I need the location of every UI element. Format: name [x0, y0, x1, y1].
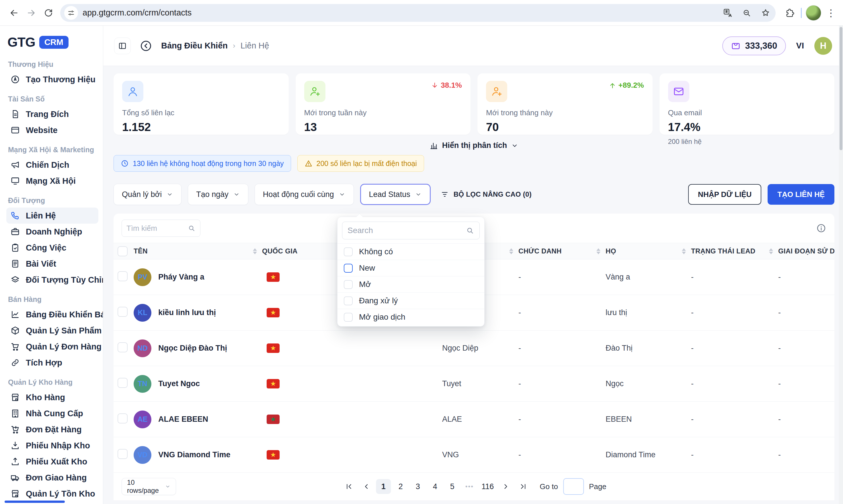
translate-icon[interactable]: [721, 6, 735, 20]
column-name[interactable]: TÊN: [133, 247, 262, 255]
sort-icon[interactable]: [682, 248, 686, 254]
last-page-button[interactable]: [516, 479, 531, 494]
page-4[interactable]: 4: [428, 479, 443, 494]
table-row[interactable]: VDVNG Diamond Time ★ VNG - Diamond Time …: [113, 437, 835, 473]
option-checkbox[interactable]: [344, 280, 353, 289]
table-search[interactable]: [122, 220, 200, 237]
browser-menu-icon[interactable]: ⋮: [825, 7, 837, 19]
table-info-icon[interactable]: [816, 223, 826, 233]
row-checkbox[interactable]: [118, 342, 128, 352]
sidebar-item-posts[interactable]: Bài Viết: [6, 256, 98, 272]
site-settings-icon[interactable]: [64, 6, 78, 20]
sidebar-item-custom-objects[interactable]: Đối Tượng Tùy Chỉnh: [6, 272, 98, 288]
scrollbar-thumb[interactable]: [840, 27, 842, 150]
user-avatar[interactable]: H: [814, 37, 832, 55]
bookmark-star-icon[interactable]: [758, 6, 773, 20]
prev-page-button[interactable]: [359, 479, 374, 494]
column-last-name[interactable]: HỌ: [606, 247, 691, 255]
table-row[interactable]: NDNgọc Diệp Đào Thị ★ Ngọc Diệp - Đào Th…: [113, 330, 835, 366]
sidebar-item-companies[interactable]: Doanh Nghiệp: [6, 223, 98, 240]
filter-lead-status[interactable]: Lead Status: [360, 184, 431, 205]
sidebar-item-create-brand[interactable]: Tạo Thương Hiệu: [6, 71, 98, 87]
sidebar-item-sales-dashboard[interactable]: Bảng Điều Khiển Bán H...: [6, 306, 98, 323]
filter-managed-by[interactable]: Quản lý bởi: [113, 184, 181, 205]
page-3[interactable]: 3: [410, 479, 425, 494]
sidebar-toggle-button[interactable]: [114, 38, 131, 54]
sort-icon[interactable]: [509, 248, 513, 254]
sort-icon[interactable]: [596, 248, 600, 254]
browser-forward-button[interactable]: [23, 5, 39, 21]
row-checkbox[interactable]: [118, 378, 128, 388]
language-switcher[interactable]: VI: [796, 41, 804, 51]
window-scrollbar[interactable]: [839, 26, 843, 504]
option-new[interactable]: New: [338, 260, 484, 276]
sidebar-item-suppliers[interactable]: Nhà Cung Cấp: [6, 406, 98, 421]
option-checkbox[interactable]: [344, 247, 353, 256]
sidebar-item-tasks[interactable]: Công Việc: [6, 240, 98, 256]
option-open-deal[interactable]: Mở giao dịch: [338, 309, 484, 325]
app-logo[interactable]: GTG CRM: [6, 32, 98, 53]
option-checkbox[interactable]: [344, 296, 353, 305]
sidebar-item-purchase-orders[interactable]: Đơn Đặt Hàng: [6, 421, 98, 437]
zoom-out-icon[interactable]: [739, 6, 754, 20]
sidebar-item-social[interactable]: Mạng Xã Hội: [6, 173, 98, 189]
dropdown-search-input[interactable]: [347, 226, 462, 235]
show-analytics-toggle[interactable]: Hiển thị phân tích: [430, 141, 519, 150]
browser-back-button[interactable]: [6, 5, 22, 21]
browser-profile-avatar[interactable]: [806, 5, 821, 21]
contact-name[interactable]: ALAE EBEEN: [158, 415, 208, 424]
advanced-filters-button[interactable]: BỘ LỌC NÂNG CAO (0): [441, 190, 532, 199]
table-search-input[interactable]: [126, 224, 185, 233]
breadcrumb-dashboard[interactable]: Bảng Điều Khiển: [161, 41, 228, 51]
contact-name[interactable]: Pháy Vàng a: [158, 273, 204, 282]
back-button[interactable]: [138, 38, 154, 54]
row-checkbox[interactable]: [118, 271, 128, 281]
option-in-progress[interactable]: Đang xử lý: [338, 292, 484, 309]
option-checkbox[interactable]: [344, 264, 353, 273]
address-bar[interactable]: app.gtgcrm.com/crm/contacts: [60, 4, 776, 22]
sort-icon[interactable]: [769, 248, 773, 254]
sidebar-item-website[interactable]: Website: [6, 122, 98, 138]
inactive-contacts-alert[interactable]: 130 liên hệ không hoạt động trong hơn 30…: [113, 155, 291, 172]
table-row[interactable]: AEALAE EBEEN ★ ALAE - EBEEN - -: [113, 402, 835, 437]
page-1[interactable]: 1: [376, 479, 391, 494]
filter-created-date[interactable]: Tạo ngày: [188, 184, 248, 205]
option-open[interactable]: Mở: [338, 276, 484, 292]
dropdown-search[interactable]: [342, 222, 480, 239]
filter-last-activity[interactable]: Hoạt động cuối cùng: [255, 184, 354, 205]
rows-per-page-select[interactable]: 10 rows/page: [122, 478, 176, 495]
sidebar-item-orders[interactable]: Quản Lý Đơn Hàng: [6, 339, 98, 355]
sidebar-item-goods-receipt[interactable]: Phiếu Nhập Kho: [6, 437, 98, 453]
create-contact-button[interactable]: TẠO LIÊN HỆ: [768, 184, 835, 205]
sidebar-item-products[interactable]: Quản Lý Sản Phẩm: [6, 323, 98, 339]
column-title[interactable]: CHỨC DANH: [518, 247, 606, 255]
option-checkbox[interactable]: [344, 313, 353, 322]
import-data-button[interactable]: NHẬP DỮ LIỆU: [688, 184, 761, 205]
sidebar-item-inventory[interactable]: Quản Lý Tồn Kho: [6, 486, 98, 502]
table-row[interactable]: TNTuyet Ngoc ★ Tuyet - Ngọc - -: [113, 366, 835, 402]
page-5[interactable]: 5: [445, 479, 460, 494]
next-page-button[interactable]: [498, 479, 513, 494]
sidebar-scrollbar[interactable]: [5, 501, 65, 503]
missing-phone-alert[interactable]: 200 số liên lạc bị mất điện thoại: [297, 155, 424, 172]
contact-name[interactable]: kiều linh lưu thị: [158, 308, 216, 317]
contact-name[interactable]: Ngọc Diệp Đào Thị: [158, 344, 227, 353]
option-none[interactable]: Không có: [338, 244, 484, 260]
url-text[interactable]: app.gtgcrm.com/crm/contacts: [83, 8, 716, 17]
column-lead-status[interactable]: TRẠNG THÁI LEAD: [691, 247, 778, 255]
sidebar-item-deliveries[interactable]: Đơn Giao Hàng: [6, 470, 98, 486]
sidebar-item-warehouse[interactable]: Kho Hàng: [6, 389, 98, 406]
sidebar-item-contacts[interactable]: Liên Hệ: [6, 208, 98, 223]
extensions-icon[interactable]: [783, 6, 797, 20]
sidebar-item-landing-page[interactable]: Trang Đích: [6, 106, 98, 122]
select-all-checkbox[interactable]: [118, 246, 128, 256]
sidebar-item-campaigns[interactable]: Chiến Dịch: [6, 157, 98, 173]
row-checkbox[interactable]: [118, 307, 128, 317]
sidebar-item-goods-issue[interactable]: Phiếu Xuất Kho: [6, 453, 98, 470]
column-lifecycle-stage[interactable]: GIAI ĐOẠN SỬ DỤN: [778, 247, 835, 255]
contact-name[interactable]: VNG Diamond Time: [158, 450, 231, 459]
sidebar-item-integrations[interactable]: Tích Hợp: [6, 355, 98, 371]
credits-badge[interactable]: 333,360: [722, 36, 786, 55]
first-page-button[interactable]: [341, 479, 356, 494]
row-checkbox[interactable]: [118, 449, 128, 459]
